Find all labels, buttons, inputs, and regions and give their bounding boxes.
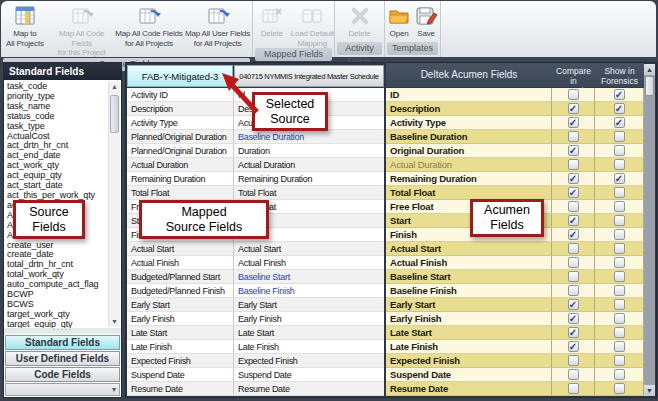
compare-checkbox[interactable] [568, 89, 579, 100]
field-list-item[interactable]: task_name [7, 102, 106, 112]
show-checkbox[interactable] [614, 327, 625, 338]
mapped-field-cell[interactable]: Actual Finish [234, 256, 384, 270]
field-list-item[interactable]: priority_type [7, 92, 106, 102]
show-checkbox[interactable] [614, 355, 625, 366]
show-checkbox[interactable] [614, 285, 625, 296]
source-field-cell[interactable]: Planned/Original Duration [127, 130, 234, 144]
field-list-item[interactable]: act_equip_qty [7, 171, 106, 181]
show-checkbox[interactable] [614, 299, 625, 310]
compare-checkbox[interactable] [568, 229, 579, 240]
compare-checkbox[interactable] [568, 355, 579, 366]
source-field-cell[interactable]: Budgeted/Planned Finish [127, 284, 234, 298]
source-field-cell[interactable]: Actual Start [127, 242, 234, 256]
source-field-cell[interactable]: Actual Duration [127, 158, 234, 172]
show-checkbox[interactable] [614, 271, 625, 282]
source-field-cell[interactable]: Planned/Original Duration [127, 144, 234, 158]
field-list-item[interactable]: create_date [7, 250, 106, 260]
compare-checkbox[interactable] [568, 159, 579, 170]
mapped-field-cell[interactable]: Baseline Start [234, 270, 384, 284]
scroll-down-icon[interactable] [109, 316, 120, 327]
compare-checkbox[interactable] [568, 299, 579, 310]
scroll-up-icon[interactable] [644, 64, 655, 75]
mapped-field-cell[interactable]: Resume Date [234, 382, 384, 396]
compare-checkbox[interactable] [568, 313, 579, 324]
compare-checkbox[interactable] [568, 145, 579, 156]
show-checkbox[interactable] [614, 131, 625, 142]
mapped-field-cell[interactable]: Remaining Duration [234, 172, 384, 186]
source-field-cell[interactable]: Activity Type [127, 116, 234, 130]
scroll-down-icon[interactable] [644, 385, 655, 396]
source-field-cell[interactable]: Budgeted/Planned Start [127, 270, 234, 284]
map-all-code-fields-this-project-button[interactable]: Map All Code Fields for this Project [49, 2, 115, 58]
compare-checkbox[interactable] [568, 257, 579, 268]
mapped-field-cell[interactable]: Actual Duration [234, 158, 384, 172]
field-list-item[interactable]: BCWP [7, 290, 106, 300]
field-list-item[interactable]: act_work_qty [7, 161, 106, 171]
field-list-item[interactable]: auto_compute_act_flag [7, 280, 106, 290]
compare-checkbox[interactable] [568, 131, 579, 142]
field-list-item[interactable]: act_drtn_hr_cnt [7, 141, 106, 151]
save-template-button[interactable]: Save [413, 2, 440, 42]
compare-checkbox[interactable] [568, 243, 579, 254]
show-checkbox[interactable] [614, 187, 625, 198]
map-all-user-fields-all-projects-button[interactable]: Map All User Fields for All Projects [183, 2, 252, 58]
source-field-cell[interactable]: Remaining Duration [127, 172, 234, 186]
field-list-item[interactable]: target_equip_qty [7, 320, 106, 328]
show-checkbox[interactable] [614, 201, 625, 212]
show-checkbox[interactable] [614, 313, 625, 324]
show-checkbox[interactable] [614, 243, 625, 254]
sidebar-item-user-defined-fields[interactable]: User Defined Fields [5, 351, 120, 366]
field-list-item[interactable]: target_work_qty [7, 310, 106, 320]
compare-checkbox[interactable] [568, 271, 579, 282]
show-checkbox[interactable] [614, 103, 625, 114]
source-field-cell[interactable]: Early Finish [127, 312, 234, 326]
source-field-cell[interactable]: Late Start [127, 326, 234, 340]
show-checkbox[interactable] [614, 369, 625, 380]
compare-checkbox[interactable] [568, 215, 579, 226]
field-list-item[interactable]: task_code [7, 82, 106, 92]
sidebar-item-code-fields[interactable]: Code Fields [5, 367, 120, 382]
mapped-field-cell[interactable]: Early Finish [234, 312, 384, 326]
mapped-field-cell[interactable]: Baseline Duration [234, 130, 384, 144]
mapped-field-cell[interactable]: Early Start [234, 298, 384, 312]
show-checkbox[interactable] [614, 145, 625, 156]
source-field-cell[interactable]: Actual Finish [127, 256, 234, 270]
source-field-cell[interactable]: Suspend Date [127, 368, 234, 382]
source-field-cell[interactable]: Late Finish [127, 340, 234, 354]
show-checkbox[interactable] [614, 159, 625, 170]
field-list-item[interactable]: BCWS [7, 300, 106, 310]
compare-checkbox[interactable] [568, 173, 579, 184]
show-checkbox[interactable] [614, 341, 625, 352]
source-field-cell[interactable]: Resume Date [127, 382, 234, 396]
source-field-cell[interactable]: Expected Finish [127, 354, 234, 368]
mapped-field-cell[interactable]: Expected Finish [234, 354, 384, 368]
mapped-field-cell[interactable]: Duration [234, 144, 384, 158]
mapped-field-cell[interactable]: Late Start [234, 326, 384, 340]
scrollbar-thumb[interactable] [110, 95, 119, 133]
field-list-item[interactable]: ActualCost [7, 132, 106, 142]
field-list-item[interactable]: act_end_date [7, 151, 106, 161]
sidebar-options-bar[interactable] [5, 383, 120, 396]
show-checkbox[interactable] [614, 229, 625, 240]
map-all-code-fields-all-projects-button[interactable]: Map All Code Fields for All Projects [115, 2, 184, 58]
show-checkbox[interactable] [614, 89, 625, 100]
show-checkbox[interactable] [614, 257, 625, 268]
compare-checkbox[interactable] [568, 369, 579, 380]
compare-checkbox[interactable] [568, 285, 579, 296]
map-to-all-projects-button[interactable]: Map to All Projects [1, 2, 49, 58]
compare-checkbox[interactable] [568, 117, 579, 128]
mapped-field-cell[interactable]: Total Float [234, 186, 384, 200]
compare-checkbox[interactable] [568, 201, 579, 212]
source-field-cell[interactable]: Total Float [127, 186, 234, 200]
scroll-up-icon[interactable] [109, 81, 120, 92]
sidebar-item-standard-fields[interactable]: Standard Fields [5, 335, 120, 350]
splitter-grip[interactable] [4, 328, 121, 334]
delete-activity-field-button[interactable]: Delete [338, 2, 382, 42]
field-list-item[interactable]: total_drtn_hr_cnt [7, 260, 106, 270]
mapped-field-cell[interactable]: Baseline Finish [234, 284, 384, 298]
sidebar-scrollbar[interactable] [108, 81, 120, 327]
show-checkbox[interactable] [614, 215, 625, 226]
field-list-item[interactable]: create_user [7, 241, 106, 251]
source-field-cell[interactable]: Early Start [127, 298, 234, 312]
delete-mapped-field-button[interactable]: Delete [253, 2, 291, 48]
